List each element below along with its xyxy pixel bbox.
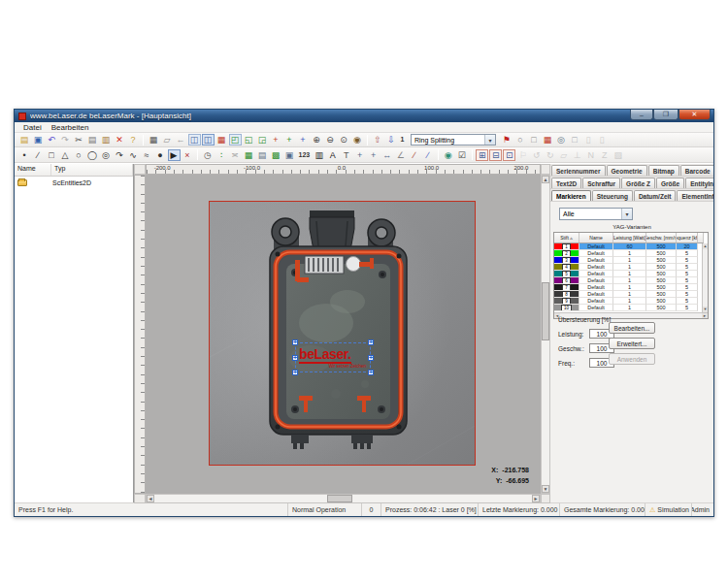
- table-vertical-scrollbar[interactable]: ▲ ▼: [702, 243, 708, 312]
- menu-item-datei[interactable]: Datei: [18, 123, 47, 132]
- scrollbar-thumb[interactable]: [327, 495, 352, 502]
- tab-gr-e-z[interactable]: Größe Z: [621, 178, 655, 188]
- grid-green-icon[interactable]: ▦: [243, 149, 255, 161]
- viewport[interactable]: beLaser. Wir setzen Zeichen + + + + + + …: [146, 175, 541, 494]
- text-tool-icon[interactable]: A: [326, 149, 339, 161]
- selection-handle[interactable]: +: [368, 355, 374, 361]
- matrix-green-icon[interactable]: ▩: [270, 149, 282, 161]
- pen-row-3[interactable]: 3Default15005: [554, 257, 708, 264]
- title-bar[interactable]: www.beLaser.de beLaserMark - [Hauptansic…: [15, 110, 713, 122]
- width-icon[interactable]: ↔: [381, 149, 393, 161]
- close-button[interactable]: ✕: [678, 110, 711, 120]
- plus-h-icon[interactable]: +: [353, 149, 366, 161]
- redo-icon[interactable]: ↷: [59, 134, 72, 146]
- pen-row-1[interactable]: 1Default6050020: [554, 243, 708, 250]
- selection-handle[interactable]: +: [292, 340, 298, 345]
- screen-icon[interactable]: ▣: [283, 149, 296, 161]
- number-text-icon[interactable]: 123: [297, 149, 313, 161]
- column-header-typ[interactable]: Typ: [51, 164, 133, 176]
- crosshair-zero-icon[interactable]: ⊡: [503, 149, 515, 161]
- undo-icon[interactable]: ↶: [46, 134, 58, 146]
- move-blue-icon[interactable]: +: [297, 134, 310, 146]
- column-header-leistung[interactable]: Leistung [Watt]: [613, 233, 646, 243]
- ring-icon[interactable]: ○: [513, 134, 526, 146]
- select-tool-icon[interactable]: ▶: [168, 149, 181, 161]
- text-vertical-icon[interactable]: T: [340, 149, 352, 161]
- tab-elementinfo[interactable]: ElementInfo: [677, 190, 713, 201]
- bearbeiten-button[interactable]: Bearbeiten...: [609, 322, 655, 334]
- dots-icon[interactable]: ∶: [215, 149, 228, 161]
- fit-selection-icon[interactable]: ◱: [243, 134, 255, 146]
- arc-tool-icon[interactable]: ↷: [114, 149, 126, 161]
- tab-steuerung[interactable]: Steuerung: [592, 190, 633, 201]
- tab-bitmap[interactable]: Bitmap: [648, 165, 679, 176]
- tree-item-entities[interactable]: ScEntities2D: [15, 177, 133, 188]
- pen-row-7[interactable]: 7Default15005: [554, 284, 708, 291]
- open-icon[interactable]: ▤: [18, 134, 31, 146]
- frame-icon[interactable]: □: [568, 134, 580, 146]
- print-icon[interactable]: ▦: [148, 134, 160, 146]
- tab-schraffur[interactable]: Schraffur: [582, 178, 620, 188]
- point-tool-icon[interactable]: •: [18, 149, 31, 161]
- canvas-vertical-scrollbar[interactable]: ▲ ▼: [541, 175, 550, 494]
- spline-tool-icon[interactable]: ≈: [141, 149, 153, 161]
- donut-tool-icon[interactable]: ◎: [100, 149, 113, 161]
- minimize-button[interactable]: –: [630, 110, 653, 120]
- blob-tool-icon[interactable]: ●: [154, 149, 167, 161]
- barcode-icon[interactable]: ▥: [313, 149, 325, 161]
- paste-icon[interactable]: ▥: [100, 134, 113, 146]
- crosshair-center-icon[interactable]: ⊟: [489, 149, 502, 161]
- selection-handle[interactable]: +: [292, 355, 298, 361]
- erweitert-button[interactable]: Erweitert...: [609, 338, 655, 349]
- crosshair-move-icon[interactable]: ⊞: [476, 149, 488, 161]
- selection-handle[interactable]: +: [368, 370, 374, 375]
- menu-item-bearbeiten[interactable]: Bearbeiten: [47, 123, 94, 132]
- scroll-right-icon[interactable]: ►: [702, 313, 708, 318]
- move-red-icon[interactable]: +: [270, 134, 282, 146]
- zoom-page-icon[interactable]: ⊙: [338, 134, 350, 146]
- fit-view-icon[interactable]: ◰: [229, 134, 242, 146]
- column-header-frequenz[interactable]: Frequenz [kHz]: [677, 233, 698, 243]
- arrow-up-icon[interactable]: ⇧: [372, 134, 384, 146]
- pen-red-icon[interactable]: ∕: [408, 149, 420, 161]
- column-header-name[interactable]: Name: [15, 164, 51, 176]
- scroll-left-icon[interactable]: ◄: [147, 495, 154, 502]
- checkbox-icon[interactable]: ☑: [455, 149, 468, 161]
- maximize-button[interactable]: ❐: [653, 110, 678, 120]
- tab-gr-e[interactable]: Größe: [656, 178, 684, 188]
- save-icon[interactable]: ▣: [32, 134, 45, 146]
- chevron-down-icon[interactable]: ▾: [484, 135, 495, 145]
- scroll-up-icon[interactable]: ▲: [542, 176, 549, 183]
- pen-row-6[interactable]: 6Default15005: [554, 277, 708, 284]
- circle-tool-icon[interactable]: ○: [73, 149, 85, 161]
- pen-row-10[interactable]: 10Default15005: [554, 305, 708, 311]
- selection-handle[interactable]: +: [292, 370, 298, 375]
- scroll-up-icon[interactable]: ▲: [703, 243, 708, 249]
- window-split-icon[interactable]: ◫: [188, 134, 201, 146]
- scrollbar-thumb[interactable]: [542, 282, 549, 340]
- variant-filter-dropdown[interactable]: Alle ▾: [559, 208, 633, 220]
- help-icon[interactable]: ?: [127, 134, 140, 146]
- column-header-name[interactable]: Name: [579, 233, 613, 243]
- pen-row-8[interactable]: 8Default15005: [554, 291, 708, 298]
- zoom-out-icon[interactable]: ⊖: [324, 134, 337, 146]
- nodes-icon[interactable]: ≍: [229, 149, 242, 161]
- pen-row-9[interactable]: 9Default15005: [554, 298, 708, 305]
- fit-all-icon[interactable]: ◲: [256, 134, 269, 146]
- back-icon[interactable]: ←: [175, 134, 187, 146]
- tab-entityinfo[interactable]: EntityInfo: [685, 178, 713, 188]
- tab-datum-zeit[interactable]: Datum/Zeit: [634, 190, 677, 201]
- move-green-icon[interactable]: +: [283, 134, 296, 146]
- laser-mark-object[interactable]: beLaser. Wir setzen Zeichen + + + + + +: [295, 342, 371, 372]
- tab-text2d[interactable]: Text2D: [551, 178, 581, 188]
- pen-row-4[interactable]: 4Default15005: [554, 264, 708, 271]
- matrix-icon[interactable]: ▦: [541, 134, 553, 146]
- scroll-right-icon[interactable]: ►: [532, 495, 540, 502]
- tab-seriennummer[interactable]: Seriennummer: [551, 165, 606, 176]
- pen-row-2[interactable]: 2Default15005: [554, 250, 708, 257]
- canvas-horizontal-scrollbar[interactable]: ◄ ►: [146, 494, 541, 503]
- record-icon[interactable]: ◉: [442, 149, 454, 161]
- ellipse-tool-icon[interactable]: ◯: [86, 149, 99, 161]
- chevron-down-icon[interactable]: ▾: [621, 209, 632, 219]
- curve-tool-icon[interactable]: ∿: [127, 149, 140, 161]
